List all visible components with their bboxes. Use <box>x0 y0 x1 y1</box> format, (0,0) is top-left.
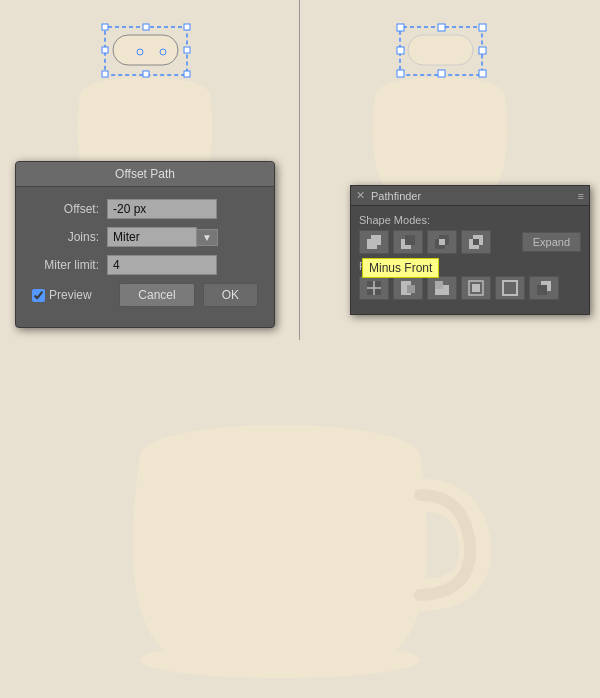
svg-point-15 <box>375 77 505 113</box>
preview-checkbox-label[interactable]: Preview <box>32 288 92 302</box>
svg-rect-11 <box>184 71 190 77</box>
cup-illustration-large <box>80 355 520 685</box>
dialog-buttons: Cancel OK <box>119 283 258 307</box>
pathfinder-menu-icon[interactable]: ≡ <box>578 190 584 202</box>
svg-rect-5 <box>143 24 149 30</box>
expand-button[interactable]: Expand <box>522 232 581 252</box>
pathfinder-body: Shape Modes: <box>351 206 589 314</box>
svg-rect-22 <box>479 47 486 54</box>
pathfind-label: Pathfind <box>359 260 581 272</box>
intersect-button[interactable] <box>427 230 457 254</box>
svg-rect-7 <box>102 47 108 53</box>
dialog-title: Offset Path <box>16 162 274 187</box>
svg-rect-18 <box>397 24 404 31</box>
svg-rect-19 <box>438 24 445 31</box>
svg-rect-40 <box>407 285 415 293</box>
pathfinder-title-bar: ✕ Pathfinder ≡ <box>351 186 589 206</box>
minus-back-button[interactable] <box>529 276 559 300</box>
offset-row: Offset: <box>32 199 258 219</box>
preview-checkbox[interactable] <box>32 289 45 302</box>
miter-input[interactable] <box>107 255 217 275</box>
svg-point-1 <box>80 77 210 113</box>
joins-row: Joins: Miter Round Bevel ▼ <box>32 227 258 247</box>
cancel-button[interactable]: Cancel <box>119 283 194 307</box>
ok-button[interactable]: OK <box>203 283 258 307</box>
offset-path-dialog: Offset Path Offset: Joins: Miter Round B… <box>15 161 275 328</box>
preview-row: Preview Cancel OK <box>32 283 258 307</box>
outline-button[interactable] <box>495 276 525 300</box>
top-row: Offset Path Offset: Joins: Miter Round B… <box>0 0 600 340</box>
svg-rect-9 <box>102 71 108 77</box>
svg-rect-4 <box>102 24 108 30</box>
joins-select[interactable]: Miter Round Bevel <box>107 227 197 247</box>
merge-button[interactable] <box>427 276 457 300</box>
svg-rect-29 <box>405 235 415 245</box>
minus-front-button[interactable] <box>393 230 423 254</box>
offset-label: Offset: <box>32 202 107 216</box>
pathfinder-panel: ✕ Pathfinder ≡ Shape Modes: <box>350 185 590 315</box>
svg-rect-8 <box>184 47 190 53</box>
trim-button[interactable] <box>393 276 423 300</box>
panel-bottom <box>0 340 600 698</box>
svg-rect-35 <box>473 239 479 245</box>
joins-label: Joins: <box>32 230 107 244</box>
divide-button[interactable] <box>359 276 389 300</box>
miter-row: Miter limit: <box>32 255 258 275</box>
svg-rect-16 <box>408 35 473 65</box>
svg-rect-23 <box>397 70 404 77</box>
pathfind-row <box>359 276 581 300</box>
crop-button[interactable] <box>461 276 491 300</box>
svg-rect-20 <box>479 24 486 31</box>
joins-select-wrap: Miter Round Bevel ▼ <box>107 227 218 247</box>
svg-rect-2 <box>113 35 178 65</box>
offset-input[interactable] <box>107 199 217 219</box>
pathfinder-close-icon[interactable]: ✕ <box>356 189 365 202</box>
miter-label: Miter limit: <box>32 258 107 272</box>
svg-rect-42 <box>435 281 443 289</box>
svg-rect-47 <box>537 285 547 295</box>
shape-modes-row: Expand <box>359 230 581 254</box>
svg-rect-44 <box>472 284 480 292</box>
pathfinder-title: Pathfinder <box>371 190 578 202</box>
panel-right: ✕ Pathfinder ≡ Shape Modes: <box>300 0 600 340</box>
svg-rect-27 <box>371 235 381 245</box>
svg-point-49 <box>140 425 420 485</box>
svg-rect-10 <box>143 71 149 77</box>
svg-rect-24 <box>438 70 445 77</box>
exclude-button[interactable] <box>461 230 491 254</box>
shape-modes-label: Shape Modes: <box>359 214 581 226</box>
svg-rect-21 <box>397 47 404 54</box>
svg-rect-6 <box>184 24 190 30</box>
unite-button[interactable] <box>359 230 389 254</box>
svg-rect-32 <box>439 239 445 245</box>
panel-left: Offset Path Offset: Joins: Miter Round B… <box>0 0 300 340</box>
joins-select-arrow[interactable]: ▼ <box>197 229 218 246</box>
svg-rect-25 <box>479 70 486 77</box>
svg-rect-45 <box>503 281 517 295</box>
